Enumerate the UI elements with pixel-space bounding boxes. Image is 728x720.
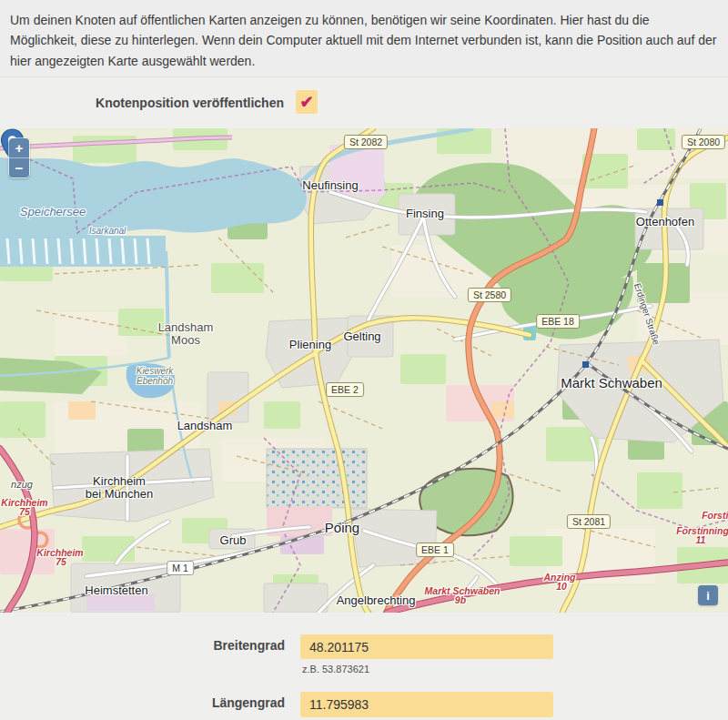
position-toggle-section: Knotenposition veröffentlichen ✔ [0, 76, 728, 128]
map-zoom-control: + − [8, 137, 30, 178]
intro-section: Um deinen Knoten auf öffentlichen Karten… [0, 0, 728, 76]
coordinate-form: Breitengrad z.B. 53.873621 Längengrad [0, 613, 728, 720]
longitude-input[interactable] [300, 692, 553, 717]
latitude-input[interactable] [300, 634, 553, 659]
zoom-in-button[interactable]: + [9, 138, 29, 157]
map[interactable]: Speichersee Isarkanal Neufinsing Finsing… [0, 128, 728, 613]
longitude-label: Längengrad [0, 695, 285, 710]
map-tiles [0, 128, 728, 613]
map-attribution-button[interactable]: i [698, 585, 718, 605]
page: { "intro": { "text": "Um deinen Knoten a… [0, 0, 728, 720]
checkmark-icon: ✔ [299, 94, 313, 110]
zoom-out-button[interactable]: − [9, 157, 29, 177]
map-poing-development [267, 449, 367, 508]
latitude-label: Breitengrad [0, 638, 285, 653]
latitude-hint: z.B. 53.873621 [302, 664, 369, 674]
position-publish-checkbox[interactable]: ✔ [296, 90, 318, 114]
position-publish-label: Knotenposition veröffentlichen [0, 96, 284, 110]
intro-text: Um deinen Knoten auf öffentlichen Karten… [10, 10, 717, 71]
